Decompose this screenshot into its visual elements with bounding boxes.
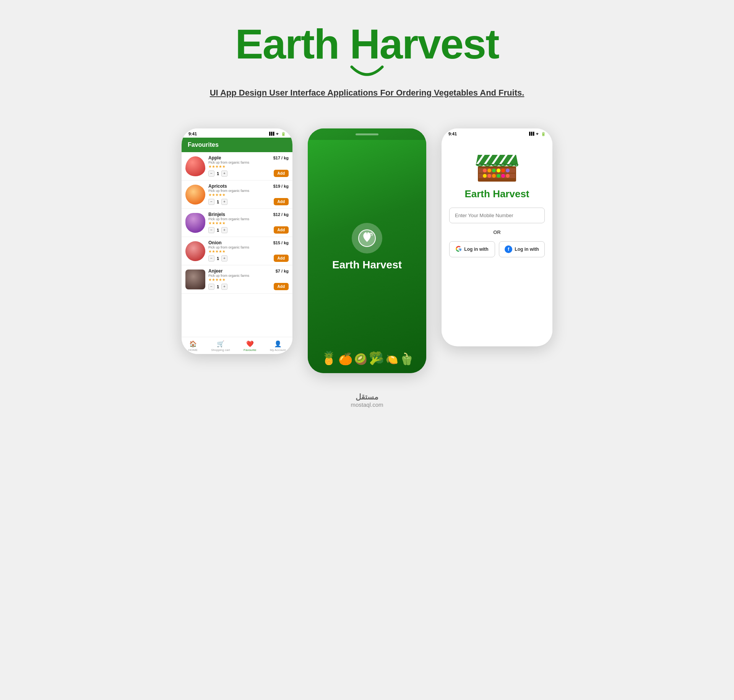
fav-info: Apricots $19 / kg Pick up from organic f… [208,184,289,205]
splash-background: Earth Harvest 🍍 🍊 🥝 🥦 🍋 🫑 [308,128,426,373]
fav-stars: ★★★★★ [208,164,289,169]
splash-brand-text: Earth Harvest [332,259,402,271]
nav-label: Shopping cart [211,348,230,352]
login-brand: Earth Harvest [464,188,529,200]
svg-point-9 [506,169,510,172]
svg-point-6 [492,169,496,172]
footer-brand-latin: mostaql.com [351,401,383,408]
fav-image [185,156,205,176]
qty-minus-button[interactable]: − [208,255,214,261]
add-to-cart-button[interactable]: Add [274,226,289,234]
qty-plus-button[interactable]: + [221,171,227,177]
fav-info: Onion $15 / kg Pick up from organic farm… [208,240,289,262]
fav-item: Apple $17 / kg Pick up from organic farm… [182,152,292,180]
fav-info: Anjeer $7 / kg Pick up from organic farm… [208,268,289,290]
fav-image [185,270,205,289]
nav-item-favourite[interactable]: ❤️Favourite [244,340,256,352]
svg-point-15 [506,174,510,178]
fav-name: Apple [208,155,221,161]
notch-pill [356,133,378,135]
store-icon [474,145,520,185]
svg-point-5 [487,169,491,172]
svg-point-13 [497,174,500,178]
qty-value: 1 [216,228,220,232]
fav-item: Anjeer $7 / kg Pick up from organic farm… [182,265,292,294]
login-content: Earth Harvest OR Log in with [442,138,552,345]
status-bar-1: 9:41 ▋▋▋ ᯤ 🔋 [182,128,292,138]
fav-price: $19 / kg [273,184,289,188]
social-buttons: Log in with f Log in with [449,241,545,257]
qty-value: 1 [216,256,220,261]
nav-item-my-account[interactable]: 👤My Account [270,340,286,352]
add-to-cart-button[interactable]: Add [274,283,289,290]
fruit-decoration: 🍍 🍊 🥝 🥦 🍋 🫑 [308,278,426,373]
svg-point-10 [483,174,487,178]
splash-logo-circle [352,223,382,253]
qty-minus-button[interactable]: − [208,284,214,290]
phone-login: 9:41 ▋▋▋ ᯤ 🔋 [442,128,552,346]
fav-desc: Pick up from organic farms [208,245,289,249]
qty-minus-button[interactable]: − [208,199,214,205]
fav-stars: ★★★★★ [208,193,289,197]
footer: مستقل mostaql.com [351,392,383,408]
footer-brand-arabic: مستقل [351,392,383,401]
fav-price: $17 / kg [273,156,289,160]
fav-actions: − 1 + Add [208,170,289,177]
fav-image [185,213,205,233]
fav-name: Anjeer [208,268,222,274]
splash-logo-area: Earth Harvest [332,223,402,271]
fav-desc: Pick up from organic farms [208,161,289,164]
svg-point-12 [492,174,496,178]
google-icon [456,246,462,253]
fav-desc: Pick up from organic farms [208,217,289,221]
qty-plus-button[interactable]: + [221,199,227,205]
main-title: Earth Harvest [210,23,525,65]
smile-icon [210,65,525,80]
svg-point-14 [501,174,505,178]
signal-icons-3: ▋▋▋ ᯤ 🔋 [529,132,546,136]
fav-actions: − 1 + Add [208,226,289,234]
fav-info: Brinjels $12 / kg Pick up from organic f… [208,212,289,234]
favourites-header: Favourites [182,138,292,152]
favourites-list: Apple $17 / kg Pick up from organic farm… [182,152,292,294]
qty-value: 1 [216,284,220,289]
qty-plus-button[interactable]: + [221,284,227,290]
mobile-input[interactable] [449,208,545,223]
subtitle: UI App Design User Interface Application… [210,88,525,98]
fav-image [185,241,205,261]
page-header: Earth Harvest UI App Design User Interfa… [210,23,525,117]
qty-minus-button[interactable]: − [208,171,214,177]
qty-plus-button[interactable]: + [221,227,227,233]
fav-price: $15 / kg [273,240,289,245]
status-bar-3: 9:41 ▋▋▋ ᯤ 🔋 [442,128,552,138]
fav-actions: − 1 + Add [208,255,289,262]
add-to-cart-button[interactable]: Add [274,255,289,262]
nav-item-shopping-cart[interactable]: 🛒Shopping cart [211,340,230,352]
nav-item-home[interactable]: 🏠HOME [188,340,198,352]
svg-point-11 [487,174,491,178]
qty-value: 1 [216,200,220,204]
fav-info: Apple $17 / kg Pick up from organic farm… [208,155,289,177]
nav-icon: 🏠 [189,340,197,348]
google-login-button[interactable]: Log in with [449,241,495,257]
phones-container: 9:41 ▋▋▋ ᯤ 🔋 Favourites Apple $17 / kg P… [138,128,596,373]
fav-stars: ★★★★★ [208,221,289,225]
fav-price: $12 / kg [273,212,289,217]
qty-plus-button[interactable]: + [221,255,227,261]
nav-icon: 🛒 [217,340,224,348]
facebook-login-button[interactable]: f Log in with [499,241,545,257]
add-to-cart-button[interactable]: Add [274,198,289,205]
fav-name: Onion [208,240,222,245]
signal-icons-1: ▋▋▋ ᯤ 🔋 [269,132,286,136]
add-to-cart-button[interactable]: Add [274,170,289,177]
qty-minus-button[interactable]: − [208,227,214,233]
fav-image [185,185,205,205]
or-divider: OR [493,229,501,235]
fav-item: Brinjels $12 / kg Pick up from organic f… [182,209,292,237]
fav-price: $7 / kg [276,269,289,273]
phone-splash: Earth Harvest 🍍 🍊 🥝 🥦 🍋 🫑 [308,128,426,373]
svg-point-8 [501,169,505,172]
svg-point-4 [483,169,487,172]
fav-actions: − 1 + Add [208,283,289,290]
time-1: 9:41 [188,132,197,136]
